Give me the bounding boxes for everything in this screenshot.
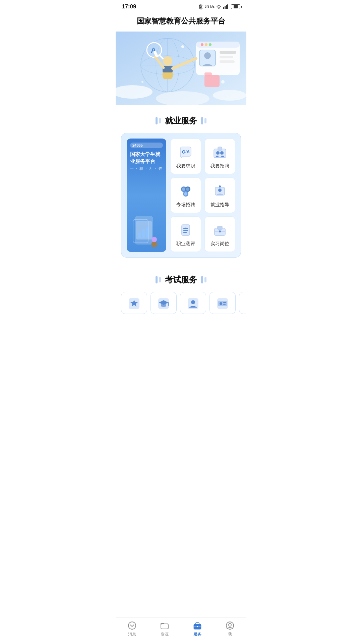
svg-point-79 xyxy=(191,300,195,304)
nav-messages[interactable]: 消息 xyxy=(116,621,148,637)
svg-point-19 xyxy=(204,52,211,59)
bottom-navigation: 消息 资源 服务 xyxy=(116,617,246,644)
emp-card-illustration xyxy=(130,171,163,248)
svg-point-58 xyxy=(184,192,187,196)
employment-platform-card: 24365 国家大学生就业服务平台 一 · 职 · 为 · 你 xyxy=(127,139,166,252)
employment-box: 24365 国家大学生就业服务平台 一 · 职 · 为 · 你 xyxy=(121,133,241,258)
svg-rect-52 xyxy=(221,156,224,157)
svg-rect-48 xyxy=(218,147,222,150)
svg-rect-83 xyxy=(223,302,226,303)
svg-text:Q/A: Q/A xyxy=(182,149,190,154)
employment-grid: Q/A 我要求职 我要 xyxy=(170,139,235,252)
nav-profile[interactable]: 我 xyxy=(214,621,247,637)
svg-rect-0 xyxy=(223,7,224,9)
exam-person-icon xyxy=(187,298,199,310)
svg-rect-81 xyxy=(218,301,227,306)
job-guide-label: 就业指导 xyxy=(210,202,229,208)
nav-messages-label: 消息 xyxy=(128,632,136,637)
page-title: 国家智慧教育公共服务平台 xyxy=(116,12,246,32)
svg-rect-84 xyxy=(223,304,226,305)
svg-point-82 xyxy=(220,302,222,305)
exam-card-4[interactable] xyxy=(209,292,236,314)
left-decoration xyxy=(156,117,161,124)
exam-right-decoration xyxy=(201,276,206,283)
svg-point-34 xyxy=(181,45,184,48)
svg-point-72 xyxy=(219,230,221,232)
svg-rect-23 xyxy=(204,75,220,87)
job-guide-button[interactable]: 就业指导 xyxy=(204,177,235,213)
right-decoration xyxy=(201,117,206,124)
exam-left-decoration xyxy=(156,276,161,283)
speed-indicator: 6.9 k/s xyxy=(205,5,215,8)
bluetooth-icon xyxy=(198,4,203,9)
exam-hat-icon xyxy=(158,298,170,310)
svg-point-57 xyxy=(186,187,189,191)
svg-point-60 xyxy=(218,189,222,192)
svg-rect-3 xyxy=(227,4,228,9)
status-time: 17:09 xyxy=(122,3,136,10)
svg-rect-66 xyxy=(183,232,187,233)
svg-rect-51 xyxy=(216,156,219,157)
svg-rect-65 xyxy=(183,230,188,231)
job-recruit-label: 我要招聘 xyxy=(210,163,229,169)
briefcase-icon xyxy=(193,621,202,630)
svg-rect-2 xyxy=(226,5,227,9)
svg-point-88 xyxy=(128,622,136,629)
exam-card-3[interactable] xyxy=(180,292,206,314)
svg-point-28 xyxy=(163,56,172,66)
status-bar: 17:09 6.9 k/s xyxy=(116,0,246,12)
job-test-label: 职业测评 xyxy=(176,241,195,247)
nav-profile-label: 我 xyxy=(228,632,232,637)
employment-section-header: 就业服务 xyxy=(116,105,246,133)
folder-icon xyxy=(160,621,169,630)
job-seek-button[interactable]: Q/A 我要求职 xyxy=(170,139,201,174)
emp-card-subtitle: 一 · 职 · 为 · 你 xyxy=(130,166,163,171)
svg-point-56 xyxy=(182,187,185,191)
job-intern-label: 实习岗位 xyxy=(210,241,229,247)
svg-rect-70 xyxy=(218,226,222,229)
svg-point-6 xyxy=(213,90,246,101)
job-intern-button[interactable]: 实习岗位 xyxy=(204,216,235,252)
job-special-label: 专场招聘 xyxy=(176,202,195,208)
svg-rect-43 xyxy=(152,242,157,247)
svg-rect-22 xyxy=(220,60,235,63)
svg-rect-20 xyxy=(220,51,236,54)
nav-services[interactable]: 服务 xyxy=(181,621,214,637)
exam-card-cet[interactable]: CET xyxy=(239,292,246,314)
svg-rect-41 xyxy=(146,227,149,238)
svg-rect-64 xyxy=(183,228,188,229)
status-icons: 6.9 k/s xyxy=(198,4,240,9)
svg-point-35 xyxy=(221,80,225,84)
employment-title: 就业服务 xyxy=(165,115,197,126)
job-test-button[interactable]: 职业测评 xyxy=(170,216,201,252)
exam-card-icon xyxy=(217,298,229,310)
nav-resources[interactable]: 资源 xyxy=(148,621,181,637)
svg-point-36 xyxy=(141,81,143,83)
battery-icon xyxy=(231,4,240,9)
cet-icon: CET xyxy=(246,298,246,310)
exam-card-1[interactable] xyxy=(121,292,147,314)
svg-rect-24 xyxy=(204,72,212,76)
job-recruit-button[interactable]: 我要招聘 xyxy=(204,139,235,174)
svg-point-96 xyxy=(229,624,231,626)
banner-illustration: A xyxy=(116,32,246,105)
svg-point-42 xyxy=(152,237,157,242)
svg-rect-39 xyxy=(138,233,141,238)
svg-rect-89 xyxy=(161,624,168,629)
exam-section-header: 考试服务 xyxy=(116,264,246,292)
svg-point-50 xyxy=(220,151,224,155)
intern-icon xyxy=(213,223,227,237)
svg-rect-68 xyxy=(185,225,187,227)
exam-card-2[interactable] xyxy=(150,292,177,314)
special-icon xyxy=(178,184,193,199)
message-icon xyxy=(127,621,137,630)
qa-icon: Q/A xyxy=(178,145,193,160)
job-special-button[interactable]: 专场招聘 xyxy=(170,177,201,213)
nav-services-label: 服务 xyxy=(193,632,201,637)
svg-rect-94 xyxy=(197,626,198,628)
guide-icon xyxy=(213,184,227,199)
person-circle-icon xyxy=(225,621,235,630)
svg-point-7 xyxy=(156,91,209,105)
nav-resources-label: 资源 xyxy=(161,632,169,637)
svg-rect-21 xyxy=(220,56,233,58)
